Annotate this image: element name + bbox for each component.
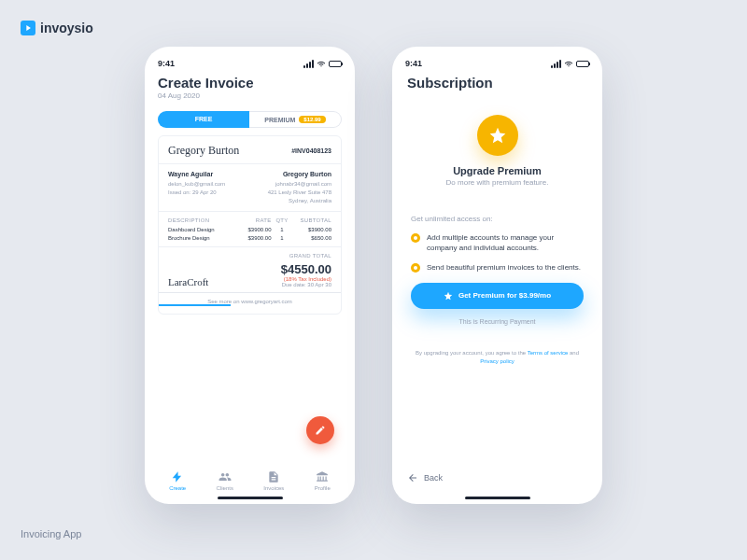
bolt-icon bbox=[171, 470, 184, 483]
wifi-icon bbox=[317, 60, 326, 67]
get-premium-button[interactable]: Get Premium for $3.99/mo bbox=[411, 283, 584, 309]
invoice-card: Gregory Burton #INV0408123 Wayne Aguilar… bbox=[158, 135, 342, 315]
status-bar: 9:41 bbox=[392, 47, 602, 73]
table-header: DESCRIPTION RATE QTY SUBTOTAL bbox=[168, 217, 331, 223]
nav-create[interactable]: Create bbox=[169, 470, 186, 491]
phone-subscription: 9:41 Subscription Upgrade Premium Do mor… bbox=[392, 47, 602, 504]
grand-total: $4550.00 bbox=[281, 262, 331, 276]
wifi-icon bbox=[564, 60, 573, 67]
people-icon bbox=[218, 470, 232, 483]
bank-icon bbox=[316, 470, 329, 483]
brand-icon bbox=[21, 21, 35, 35]
back-button[interactable]: Back bbox=[407, 472, 443, 483]
feature-item: Add multiple accounts to manage your com… bbox=[411, 232, 584, 253]
edit-fab[interactable] bbox=[306, 416, 334, 444]
brand-logo: invoysio bbox=[21, 21, 93, 35]
feature-item: Send beautiful premium invoices to the c… bbox=[411, 262, 584, 273]
bill-to: Gregory Burton johnabr34@gmail.com 421 L… bbox=[268, 170, 331, 205]
bill-from: Wayne Aguilar delon_kub@gmail.com Issed … bbox=[168, 170, 225, 205]
premium-price-badge: $12.99 bbox=[299, 116, 325, 123]
due-date: Due date: 30 Apr 30 bbox=[281, 282, 331, 287]
payer-signature: Gregory Burton bbox=[168, 144, 239, 158]
hero-subtitle: Do more with premium feature. bbox=[392, 178, 602, 187]
progress-bar bbox=[159, 304, 231, 306]
status-bar: 9:41 bbox=[145, 47, 355, 73]
battery-icon bbox=[576, 61, 589, 67]
arrow-left-icon bbox=[407, 472, 418, 483]
nav-profile[interactable]: Profile bbox=[315, 470, 331, 491]
bullet-icon bbox=[411, 263, 420, 273]
tab-premium[interactable]: PREMIUM $12.99 bbox=[249, 111, 342, 128]
signal-icon bbox=[303, 60, 314, 68]
bullet-icon bbox=[411, 233, 420, 243]
battery-icon bbox=[329, 61, 342, 67]
table-row: Brochure Design $3900.00 1 $650.00 bbox=[168, 235, 331, 241]
home-indicator bbox=[218, 497, 283, 499]
tab-premium-label: PREMIUM bbox=[264, 117, 295, 123]
nav-invoices[interactable]: Invoices bbox=[263, 470, 284, 491]
home-indicator bbox=[465, 497, 530, 499]
hero-title: Upgrade Premium bbox=[392, 165, 602, 176]
status-time: 9:41 bbox=[405, 59, 422, 68]
status-time: 9:41 bbox=[158, 59, 175, 68]
star-icon bbox=[444, 291, 453, 301]
invoice-number: #INV0408123 bbox=[291, 147, 331, 154]
table-row: Dashboard Design $3900.00 1 $3900.00 bbox=[168, 227, 331, 232]
upgrade-hero: Upgrade Premium Do more with premium fea… bbox=[392, 115, 602, 187]
page-caption: Invoicing App bbox=[21, 528, 81, 539]
nav-clients[interactable]: Clients bbox=[217, 470, 233, 491]
privacy-link[interactable]: Privacy policy bbox=[480, 358, 514, 364]
terms-link[interactable]: Terms of service bbox=[528, 350, 569, 356]
brand-name: invoysio bbox=[40, 21, 93, 35]
page-date: 04 Aug 2020 bbox=[158, 91, 342, 100]
signal-icon bbox=[551, 60, 561, 68]
issuer-signature: LaraCroft bbox=[168, 276, 208, 287]
page-title: Subscription bbox=[392, 73, 602, 91]
features-label: Get unlimited access on: bbox=[411, 215, 584, 223]
grand-total-label: GRAND TOTAL bbox=[168, 253, 331, 259]
recurring-note: This is Recurring Payment bbox=[392, 318, 602, 325]
legal-text: By upgrading your account, you agree to … bbox=[392, 349, 602, 366]
bottom-nav: Create Clients Invoices Profile bbox=[145, 470, 355, 491]
page-title: Create Invoice bbox=[158, 75, 342, 91]
plan-tabs: FREE PREMIUM $12.99 bbox=[158, 111, 342, 128]
tax-note: (18% Tax Included) bbox=[281, 276, 331, 282]
star-badge-icon bbox=[477, 115, 518, 156]
phone-create-invoice: 9:41 Create Invoice 04 Aug 2020 FREE PRE… bbox=[145, 47, 355, 504]
tab-free[interactable]: FREE bbox=[158, 111, 249, 128]
pencil-icon bbox=[315, 425, 326, 436]
document-icon bbox=[267, 470, 280, 483]
